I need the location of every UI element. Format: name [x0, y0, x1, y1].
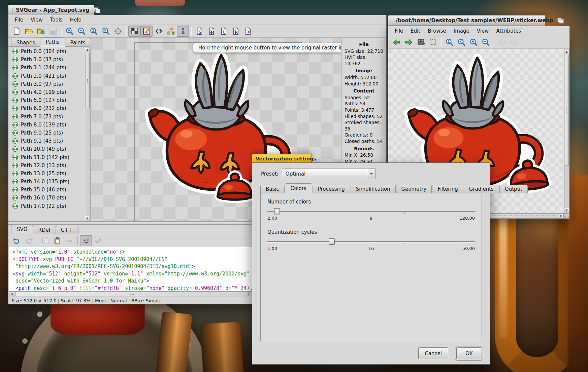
menu-browse[interactable]: Browse: [424, 27, 450, 35]
settings-tab-basic[interactable]: Basic: [260, 185, 285, 193]
path-list[interactable]: Path 0.0 (304 pts)Path 1.0 (37 pts)Path …: [8, 47, 85, 221]
path-list-item[interactable]: Path 15.0 (46 pts): [8, 186, 85, 194]
menu-file[interactable]: File: [11, 16, 27, 24]
toggle-info-icon[interactable]: [177, 26, 189, 37]
path-list-item[interactable]: Path 1.1 (244 pts): [8, 64, 85, 72]
path-list-item[interactable]: Path 9.0 (25 pts): [8, 129, 85, 137]
toggle-image-icon[interactable]: [140, 26, 153, 37]
settings-tab-simplification[interactable]: Simplification: [351, 185, 396, 193]
settings-tab-filtering[interactable]: Filtering: [432, 185, 463, 193]
toolbar-separator: [126, 27, 126, 36]
path-list-item[interactable]: Path 6.0 (232 pts): [8, 104, 85, 112]
reformat-icon[interactable]: [80, 235, 92, 246]
scroll-down-button[interactable]: ▼: [564, 208, 569, 213]
path-list-item[interactable]: Path 3.0 (97 pts): [8, 80, 85, 88]
tab-paths[interactable]: Paths: [40, 37, 65, 47]
menu-file[interactable]: File: [391, 27, 407, 35]
slideshow-icon[interactable]: [415, 37, 427, 48]
zoom-fit-icon[interactable]: [455, 37, 467, 48]
path-list-item[interactable]: Path 11.0 (142 pts): [8, 153, 85, 161]
zoom-original-icon[interactable]: 1: [443, 37, 455, 48]
slider-max-label: 128.00: [460, 216, 475, 221]
toggle-structure-icon[interactable]: [165, 26, 177, 37]
settings-tab-colors[interactable]: Colors: [285, 183, 312, 193]
path-list-scrollbar[interactable]: ▲ ▼: [85, 47, 90, 221]
toggle-checkerboard-icon[interactable]: [128, 26, 140, 37]
zoom-in-icon[interactable]: [467, 37, 480, 48]
forward-icon[interactable]: [402, 37, 415, 48]
close-button[interactable]: [392, 18, 392, 23]
selection-icon[interactable]: [427, 37, 439, 48]
scroll-right-button[interactable]: ▶: [559, 213, 564, 218]
path-list-item[interactable]: Path 9.1 (43 pts): [8, 137, 85, 145]
export-cpp-icon[interactable]: C: [218, 26, 230, 37]
zoom-out-icon[interactable]: [480, 37, 492, 48]
paste-icon[interactable]: [51, 235, 63, 246]
menu-help[interactable]: Help: [66, 16, 85, 24]
center-target-icon[interactable]: [112, 26, 124, 37]
path-list-item[interactable]: Path 12.0 (13 pts): [8, 161, 85, 170]
path-list-item[interactable]: Path 16.0 (70 pts): [8, 194, 85, 202]
zoom-out-icon[interactable]: [75, 26, 88, 37]
tab-svg[interactable]: SVG: [11, 225, 33, 234]
zoom-fit-icon[interactable]: [100, 26, 112, 37]
scrollbar-thumb[interactable]: [565, 55, 569, 166]
scrollbar-thumb[interactable]: [86, 53, 90, 108]
menu-view[interactable]: View: [27, 16, 46, 24]
path-list-item[interactable]: Path 4.0 (199 pts): [8, 88, 85, 96]
back-icon[interactable]: [390, 37, 402, 48]
open-folder-icon[interactable]: [23, 26, 35, 37]
ok-button[interactable]: OK: [456, 347, 482, 359]
toggle-code-icon[interactable]: [153, 26, 165, 37]
tab-rdef[interactable]: RDef: [33, 226, 56, 234]
cancel-button[interactable]: Cancel: [418, 347, 448, 359]
tab-c[interactable]: C++: [56, 226, 78, 234]
new-document-icon[interactable]: [10, 26, 23, 37]
tab-paints[interactable]: Paints: [65, 39, 91, 47]
path-list-item[interactable]: Path 1.0 (37 pts): [8, 55, 85, 64]
zoom-in-icon[interactable]: [63, 26, 75, 37]
resize-corner[interactable]: [564, 213, 569, 219]
slider-track[interactable]: [267, 208, 475, 215]
path-list-item[interactable]: Path 8.0 (139 pts): [8, 121, 85, 129]
preset-dropdown[interactable]: Optimal: [282, 168, 375, 179]
settings-tab-output[interactable]: Output: [499, 185, 528, 193]
undo-icon[interactable]: [10, 235, 23, 246]
scroll-left-button[interactable]: ◀: [9, 291, 14, 296]
scroll-down-button[interactable]: ▼: [85, 216, 90, 221]
path-list-item[interactable]: Path 5.0 (127 pts): [8, 96, 85, 104]
slider-thumb[interactable]: [274, 208, 280, 214]
close-button[interactable]: [12, 8, 12, 13]
menu-tools[interactable]: Tools: [46, 16, 66, 24]
path-list-item[interactable]: Path 0.0 (304 pts): [8, 47, 85, 55]
path-list-item[interactable]: Path 14.0 (115 pts): [8, 178, 85, 186]
path-list-item[interactable]: Path 17.0 (22 pts): [8, 202, 85, 210]
export-rdef-icon[interactable]: R: [230, 26, 242, 37]
export-hvif-icon[interactable]: [242, 26, 254, 37]
path-list-item[interactable]: Path 7.0 (73 pts): [8, 113, 85, 121]
scroll-up-button[interactable]: ▲: [85, 47, 90, 52]
open-location-icon[interactable]: [35, 26, 47, 37]
menu-view[interactable]: View: [473, 27, 493, 35]
slider-thumb[interactable]: [329, 238, 335, 245]
menu-edit[interactable]: Edit: [407, 27, 424, 35]
menu-attributes[interactable]: Attributes: [492, 27, 525, 35]
slider-track[interactable]: [267, 238, 475, 245]
settings-tab-geometry[interactable]: Geometry: [396, 185, 432, 193]
dialog-titlebar[interactable]: Vectorization settings: [252, 154, 312, 163]
export-base64-icon[interactable]: 64: [205, 26, 218, 37]
scrollbar-thumb[interactable]: [15, 292, 249, 296]
settings-tab-processing[interactable]: Processing: [313, 185, 350, 193]
export-svg-icon[interactable]: S: [193, 26, 205, 37]
menu-image[interactable]: Image: [450, 27, 473, 35]
zoom-original-icon[interactable]: 1: [88, 26, 100, 37]
path-list-item[interactable]: Path 2.0 (421 pts): [8, 72, 85, 80]
path-list-item[interactable]: Path 13.0 (25 pts): [8, 170, 85, 178]
showimage-window-titlebar[interactable]: /boot/home/Desktop/Test samples/WEBP/sti…: [388, 15, 546, 26]
viewer-scrollbar-vertical[interactable]: ▲ ▼: [564, 49, 569, 213]
tab-shapes[interactable]: Shapes: [11, 39, 40, 47]
settings-tab-gradients[interactable]: Gradients: [464, 185, 499, 193]
svgear-window-titlebar[interactable]: SVGear - App_Teapot.svg: [8, 5, 94, 15]
path-list-item[interactable]: Path 10.0 (49 pts): [8, 145, 85, 153]
scroll-up-button[interactable]: ▲: [564, 49, 569, 54]
